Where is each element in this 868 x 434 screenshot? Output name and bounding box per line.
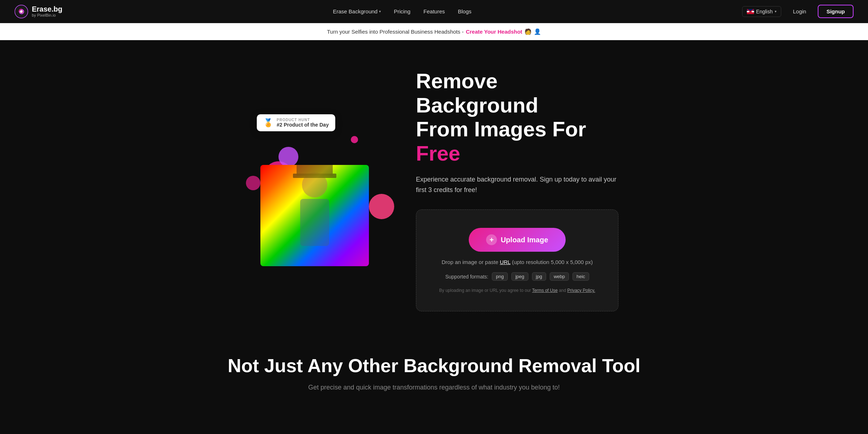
nav-blogs[interactable]: Blogs — [453, 5, 477, 17]
person-hat — [297, 165, 333, 176]
nav-links: Erase Background ▾ Pricing Features Blog… — [328, 5, 477, 17]
person-head — [302, 172, 327, 197]
hero-content: Remove Background From Images For Free E… — [416, 69, 618, 311]
ph-text: PRODUCT HUNT #2 Product of the Day — [277, 118, 329, 128]
hero-visual: 🏅 PRODUCT HUNT #2 Product of the Day — [250, 114, 387, 266]
announcement-cta[interactable]: Create Your Headshot — [466, 29, 522, 35]
format-jpeg: jpeg — [511, 272, 528, 281]
product-hunt-badge: 🏅 PRODUCT HUNT #2 Product of the Day — [257, 114, 335, 131]
headshot-man-emoji: 👤 — [534, 28, 541, 35]
announcement-text: Turn your Selfies into Professional Busi… — [327, 29, 464, 35]
signup-button[interactable]: Signup — [818, 5, 854, 18]
terms-link[interactable]: Terms of Use — [532, 288, 558, 293]
bottom-subtitle: Get precise and quick image transformati… — [14, 384, 854, 391]
headshot-woman-emoji: 🧑 — [524, 28, 532, 35]
privacy-link[interactable]: Privacy Policy. — [567, 288, 595, 293]
hero-title-line1: Remove Background — [416, 69, 538, 117]
url-link[interactable]: URL — [500, 259, 510, 265]
plus-icon: + — [486, 234, 497, 245]
medal-icon: 🏅 — [263, 118, 273, 128]
formats-label: Supported formats: — [445, 274, 488, 280]
formats-row: Supported formats: png jpeg jpg webp hei… — [445, 272, 589, 281]
login-button[interactable]: Login — [786, 5, 813, 17]
ph-rank: #2 Product of the Day — [277, 122, 329, 128]
svg-point-1 — [20, 10, 23, 13]
upload-button[interactable]: + Upload Image — [469, 228, 565, 252]
format-jpg: jpg — [532, 272, 546, 281]
upload-box[interactable]: + Upload Image Drop an image or paste UR… — [416, 209, 618, 311]
logo-main: Erase.bg — [32, 5, 62, 13]
navbar-right: English ▾ Login Signup — [742, 5, 854, 18]
format-webp: webp — [550, 272, 569, 281]
announcement-bar: Turn your Selfies into Professional Busi… — [0, 23, 868, 40]
hero-title: Remove Background From Images For Free — [416, 69, 618, 166]
person-image — [260, 165, 369, 266]
hero-title-free: Free — [416, 141, 460, 165]
hero-title-line2: From Images For — [416, 117, 586, 141]
hero-section: 🏅 PRODUCT HUNT #2 Product of the Day — [0, 40, 868, 333]
language-label: English — [756, 9, 773, 14]
upload-legal: By uploading an image or URL you agree t… — [439, 288, 595, 293]
navbar: Erase.bg by PixelBin.io Erase Background… — [0, 0, 868, 23]
upload-hint: Drop an image or paste URL (upto resolut… — [442, 259, 593, 265]
language-chevron-icon: ▾ — [775, 9, 776, 13]
logo-icon — [14, 5, 28, 18]
logo[interactable]: Erase.bg by PixelBin.io — [14, 5, 62, 18]
bottom-section: Not Just Any Other Background Removal To… — [0, 333, 868, 406]
logo-text: Erase.bg by PixelBin.io — [32, 5, 62, 17]
language-selector[interactable]: English ▾ — [742, 6, 782, 17]
nav-features[interactable]: Features — [418, 5, 450, 17]
hero-image — [260, 165, 369, 266]
nav-erase-bg[interactable]: Erase Background ▾ — [328, 5, 386, 17]
nav-pricing[interactable]: Pricing — [389, 5, 416, 17]
rainbow-bg — [260, 165, 369, 266]
upload-button-label: Upload Image — [501, 236, 548, 244]
hero-subtitle: Experience accurate background removal. … — [416, 174, 618, 195]
ph-label: PRODUCT HUNT — [277, 118, 329, 122]
deco-circle-4 — [351, 136, 358, 143]
logo-sub: by PixelBin.io — [32, 13, 62, 17]
deco-circle-3 — [246, 176, 260, 190]
chevron-down-icon: ▾ — [379, 9, 381, 13]
deco-circle-2 — [278, 147, 298, 167]
format-png: png — [492, 272, 508, 281]
flag-uk-icon — [747, 9, 754, 14]
person-body — [300, 199, 329, 246]
deco-circle-5 — [369, 194, 394, 219]
format-heic: heic — [573, 272, 589, 281]
person-silhouette — [293, 172, 336, 259]
bottom-title: Not Just Any Other Background Removal To… — [14, 355, 854, 376]
